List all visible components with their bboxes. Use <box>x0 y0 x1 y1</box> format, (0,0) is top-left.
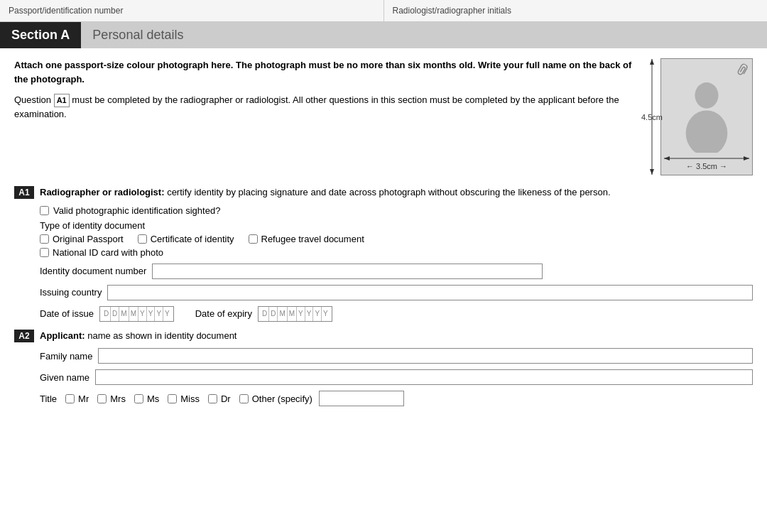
top-bar: Passport/identification number Radiologi… <box>0 0 767 22</box>
title-dr: Dr <box>208 393 231 404</box>
svg-point-1 <box>686 110 728 153</box>
date-expiry-field[interactable]: D D M M Y Y Y Y <box>258 306 332 322</box>
doc-type-label: Type of identity document <box>40 220 753 231</box>
svg-point-0 <box>695 82 719 109</box>
family-name-row: Family name <box>40 348 753 364</box>
valid-photo-id-row: Valid photographic identification sighte… <box>40 205 753 216</box>
di-m1: M <box>119 307 129 321</box>
photo-width-label: ← 3.5cm → <box>686 162 727 170</box>
id-doc-number-input[interactable] <box>152 264 543 279</box>
refugee-travel-item: Refugee travel document <box>249 234 364 244</box>
title-miss-label: Miss <box>180 393 200 404</box>
section-label: Section A <box>0 22 81 48</box>
de-y3: Y <box>313 307 322 321</box>
title-other: Other (specify) <box>239 391 404 406</box>
photo-bold-note: Attach one passport-size colour photogra… <box>14 58 646 86</box>
question-a1-row: A1 Radiographer or radiologist: certify … <box>14 185 753 200</box>
national-id-label: National ID card with photo <box>53 247 163 258</box>
title-mr-checkbox[interactable] <box>65 394 75 403</box>
family-name-label: Family name <box>40 351 92 362</box>
title-dr-checkbox[interactable] <box>208 394 217 403</box>
certificate-identity-label: Certificate of identity <box>151 234 234 244</box>
title-mr-label: Mr <box>78 393 89 404</box>
de-d1: D <box>261 307 269 321</box>
a2-bold-text: Applicant: <box>40 330 85 341</box>
silhouette-image <box>678 75 735 153</box>
title-mrs: Mrs <box>97 393 126 404</box>
title-mrs-label: Mrs <box>110 393 126 404</box>
main-content: Attach one passport-size colour photogra… <box>0 58 767 406</box>
id-doc-number-label: Identity document number <box>40 266 146 276</box>
a2-rest-text: name as shown in identity document <box>87 330 236 341</box>
a1-rest-text: certify identity by placing signature an… <box>167 187 610 197</box>
photo-text: Attach one passport-size colour photogra… <box>14 58 646 175</box>
di-y4: Y <box>163 307 171 321</box>
de-y2: Y <box>305 307 314 321</box>
di-y1: Y <box>138 307 147 321</box>
title-dr-label: Dr <box>221 393 231 404</box>
a1-bold-text: Radiographer or radiologist: <box>40 187 165 197</box>
di-d2: D <box>111 307 119 321</box>
question-note-text: must be completed by the radiographer or… <box>14 94 619 119</box>
date-issue-field[interactable]: D D M M Y Y Y Y <box>99 306 174 322</box>
title-ms: Ms <box>134 393 159 404</box>
id-doc-number-row: Identity document number <box>40 264 753 279</box>
title-ms-checkbox[interactable] <box>134 394 143 403</box>
title-ms-label: Ms <box>147 393 159 404</box>
doc-types-row2: National ID card with photo <box>40 247 753 258</box>
date-issue-label: Date of issue <box>40 308 94 319</box>
issuing-country-input[interactable] <box>107 285 753 300</box>
issuing-country-label: Issuing country <box>40 287 102 298</box>
certificate-identity-item: Certificate of identity <box>138 234 234 244</box>
title-other-checkbox[interactable] <box>239 394 249 403</box>
question-note: Question A1 must be completed by the rad… <box>14 93 646 121</box>
title-miss-checkbox[interactable] <box>168 394 177 403</box>
title-label: Title <box>40 393 57 404</box>
di-d1: D <box>102 307 111 321</box>
svg-marker-3 <box>650 59 654 65</box>
radiologist-field-label: Radiologist/radiographer initials <box>384 0 768 21</box>
national-id-checkbox[interactable] <box>40 248 49 257</box>
given-name-row: Given name <box>40 369 753 385</box>
question-a2-row: A2 Applicant: name as shown in identity … <box>14 329 753 343</box>
height-arrow <box>647 59 657 175</box>
title-other-label: Other (specify) <box>252 393 312 404</box>
section-header: Section A Personal details <box>0 22 767 48</box>
de-m2: M <box>288 307 297 321</box>
original-passport-item: Original Passport <box>40 234 124 244</box>
section-title: Personal details <box>81 22 195 48</box>
date-row: Date of issue D D M M Y Y Y Y Date of ex… <box>40 306 753 322</box>
de-y4: Y <box>322 307 330 321</box>
given-name-input[interactable] <box>95 369 753 385</box>
svg-marker-7 <box>744 156 749 161</box>
di-y3: Y <box>155 307 163 321</box>
title-mrs-checkbox[interactable] <box>97 394 107 403</box>
di-y2: Y <box>147 307 156 321</box>
valid-photo-id-checkbox[interactable] <box>40 206 49 215</box>
passport-field-label: Passport/identification number <box>0 0 384 21</box>
a2-badge: A2 <box>14 330 34 342</box>
doc-types-row1: Original Passport Certificate of identit… <box>40 234 753 244</box>
title-other-input[interactable] <box>319 391 404 406</box>
original-passport-checkbox[interactable] <box>40 234 49 244</box>
date-expiry-label: Date of expiry <box>195 308 252 319</box>
refugee-travel-label: Refugee travel document <box>261 234 364 244</box>
issuing-country-row: Issuing country <box>40 285 753 300</box>
title-miss: Miss <box>168 393 200 404</box>
date-expiry-group: Date of expiry D D M M Y Y Y Y <box>195 306 332 322</box>
width-arrow <box>664 155 749 162</box>
original-passport-label: Original Passport <box>53 234 124 244</box>
certificate-identity-checkbox[interactable] <box>138 234 147 244</box>
question-a2-block: A2 Applicant: name as shown in identity … <box>14 329 753 407</box>
a1-badge: A1 <box>14 186 34 199</box>
national-id-item: National ID card with photo <box>40 247 163 258</box>
family-name-input[interactable] <box>98 348 753 364</box>
a1-text: Radiographer or radiologist: certify ide… <box>40 185 611 200</box>
a2-text: Applicant: name as shown in identity doc… <box>40 329 236 343</box>
photo-box: 4.5cm ← 3.5cm → <box>660 58 753 175</box>
de-y1: Y <box>297 307 305 321</box>
svg-marker-4 <box>650 169 654 175</box>
title-mr: Mr <box>65 393 89 404</box>
photo-row: Attach one passport-size colour photogra… <box>14 58 753 175</box>
refugee-travel-checkbox[interactable] <box>249 234 258 244</box>
